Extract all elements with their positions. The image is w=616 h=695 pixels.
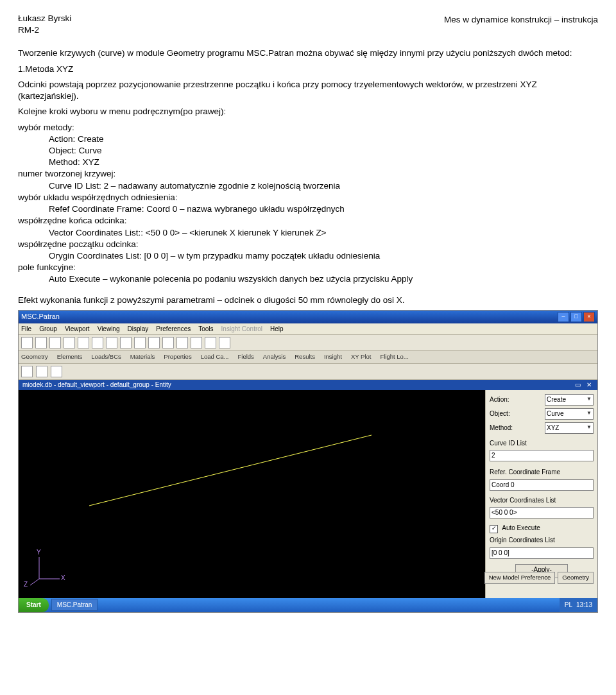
- vector-line: Vector Coordinates List:: <50 0 0> – <ki…: [49, 227, 598, 239]
- coord-system-label: wybór układu współrzędnych odniesienia:: [18, 192, 598, 203]
- tab-loadcases[interactable]: Load Ca...: [201, 353, 229, 361]
- toolbar-icon[interactable]: [35, 337, 47, 348]
- viewport-canvas[interactable]: Y Z X: [19, 390, 485, 602]
- choose-method-label: wybór metody:: [18, 122, 598, 133]
- autoexec-checkbox[interactable]: ✓: [490, 525, 498, 533]
- toolbar-icon[interactable]: [21, 337, 33, 348]
- toolbar-icon[interactable]: [106, 337, 117, 348]
- method-select[interactable]: XYZ▼: [545, 422, 594, 434]
- menu-tools[interactable]: Tools: [198, 325, 213, 334]
- minimize-button[interactable]: –: [558, 312, 569, 322]
- chevron-down-icon: ▼: [586, 424, 592, 431]
- menu-help[interactable]: Help: [270, 325, 284, 334]
- geometry-panel: Action: Create▼ Object: Curve▼ Method: X…: [485, 390, 597, 602]
- windows-taskbar: Start MSC.Patran PL 13:13: [19, 598, 597, 612]
- system-tray[interactable]: PL 13:13: [560, 598, 597, 612]
- method-line: Method: XYZ: [49, 157, 598, 168]
- toolbar-icon[interactable]: [219, 337, 230, 348]
- menu-group[interactable]: Group: [39, 325, 57, 334]
- vector-input[interactable]: <50 0 0>: [490, 507, 594, 519]
- ref-frame-input[interactable]: Coord 0: [490, 479, 594, 491]
- menu-viewing[interactable]: Viewing: [98, 325, 120, 334]
- close-button[interactable]: ×: [583, 312, 595, 322]
- curve-number-label: numer tworzonej krzywej:: [18, 168, 598, 180]
- method1-sub: Kolejne kroki wyboru w menu podręcznym(p…: [18, 106, 598, 117]
- axis-triad: Y Z X: [28, 551, 66, 592]
- tray-lang[interactable]: PL: [565, 601, 572, 610]
- menu-preferences[interactable]: Preferences: [156, 325, 191, 334]
- curve-id-input[interactable]: 2: [490, 450, 594, 461]
- tab-insight[interactable]: Insight: [324, 353, 342, 361]
- object-select[interactable]: Curve▼: [545, 408, 594, 420]
- viewport-controls[interactable]: ▭ ✕: [575, 381, 594, 390]
- toolbar-icon[interactable]: [51, 366, 62, 377]
- new-model-pref-button[interactable]: New Model Preference: [484, 572, 556, 584]
- method1-title: 1.Metoda XYZ: [18, 64, 598, 75]
- vector-label: Vector Coordinates List: [490, 496, 594, 505]
- author-name: Łukasz Byrski: [18, 13, 71, 24]
- axis-y-label: Y: [37, 548, 41, 557]
- functional-field-label: pole funkcyjne:: [18, 262, 598, 273]
- autoexec-row[interactable]: ✓ Auto Execute: [490, 524, 594, 533]
- curve-id-line: Curve ID List: 2 – nadawany automatyczni…: [49, 180, 598, 192]
- author-group: RM-2: [18, 24, 71, 36]
- action-label: Action:: [490, 395, 509, 404]
- tab-xyplot[interactable]: XY Plot: [351, 353, 372, 361]
- tab-results[interactable]: Results: [295, 353, 315, 361]
- curve-line: [64, 416, 384, 519]
- viewport-title-text: miodek.db - default_viewport - default_g…: [22, 381, 171, 390]
- patran-window: MSC.Patran – □ × File Group Viewport Vie…: [18, 310, 598, 613]
- autoexec-line: Auto Execute – wykonanie polecenia po po…: [49, 273, 598, 285]
- toolbar-icon[interactable]: [176, 337, 188, 348]
- tab-materials[interactable]: Materials: [130, 353, 155, 361]
- toolbar-icon[interactable]: [36, 366, 47, 377]
- tab-properties[interactable]: Properties: [164, 353, 191, 361]
- tab-elements[interactable]: Elements: [57, 353, 83, 361]
- tab-geometry[interactable]: Geometry: [21, 353, 48, 361]
- toolbar-icon[interactable]: [49, 337, 61, 348]
- page-header: Łukasz Byrski RM-2 Mes w dynamice konstr…: [18, 13, 598, 36]
- chevron-down-icon: ▼: [586, 410, 592, 417]
- toolbar-icon[interactable]: [162, 337, 174, 348]
- object-label: Object:: [490, 409, 510, 418]
- taskbar-item[interactable]: MSC.Patran: [51, 599, 98, 611]
- tab-fields[interactable]: Fields: [238, 353, 254, 361]
- toolbar-icon[interactable]: [205, 337, 216, 348]
- toolbar-icon[interactable]: [148, 337, 160, 348]
- object-line: Object: Curve: [49, 145, 598, 157]
- header-left: Łukasz Byrski RM-2: [18, 13, 71, 36]
- maximize-button[interactable]: □: [570, 312, 582, 322]
- tab-analysis[interactable]: Analysis: [263, 353, 286, 361]
- menu-viewport[interactable]: Viewport: [65, 325, 90, 334]
- action-line: Action: Create: [49, 133, 598, 145]
- origin-line: Orygin Coordinates List: [0 0 0] – w tym…: [49, 250, 598, 262]
- tab-flight[interactable]: Flight Lo...: [380, 353, 408, 361]
- tab-loads[interactable]: Loads/BCs: [91, 353, 121, 361]
- action-select[interactable]: Create▼: [545, 394, 594, 406]
- main-area: Y Z X Action: Create▼ Object: Curve▼ Met…: [19, 390, 597, 602]
- curve-id-label: Curve ID List: [490, 439, 594, 448]
- geometry-button[interactable]: Geometry: [558, 572, 594, 584]
- origin-input[interactable]: [0 0 0]: [490, 547, 594, 559]
- menu-file[interactable]: File: [21, 325, 31, 334]
- chevron-down-icon: ▼: [586, 396, 592, 403]
- toolbar-icon[interactable]: [92, 337, 103, 348]
- ref-frame-label: Refer. Coordinate Frame: [490, 468, 594, 477]
- start-coord-label: współrzędne początku odcinka:: [18, 239, 598, 250]
- menu-display[interactable]: Display: [128, 325, 149, 334]
- doc-title: Mes w dynamice konstrukcji – instrukcja: [444, 13, 598, 26]
- main-toolbar: [19, 335, 597, 351]
- toolbar-icon[interactable]: [191, 337, 202, 348]
- end-coord-label: współrzędne końca odcinka:: [18, 215, 598, 227]
- toolbar-icon[interactable]: [78, 337, 89, 348]
- toolbar-icon[interactable]: [64, 337, 75, 348]
- window-titlebar: MSC.Patran – □ ×: [19, 311, 597, 323]
- toolbar-icon[interactable]: [120, 337, 132, 348]
- start-button[interactable]: Start: [19, 598, 49, 612]
- viewport-title: miodek.db - default_viewport - default_g…: [19, 380, 597, 390]
- toolbar-icon[interactable]: [134, 337, 146, 348]
- window-title: MSC.Patran: [21, 312, 60, 322]
- method-label: Method:: [490, 424, 513, 433]
- toolbar-icon[interactable]: [21, 366, 33, 377]
- method1-desc: Odcinki powstają poprzez pozycjonowanie …: [18, 79, 598, 102]
